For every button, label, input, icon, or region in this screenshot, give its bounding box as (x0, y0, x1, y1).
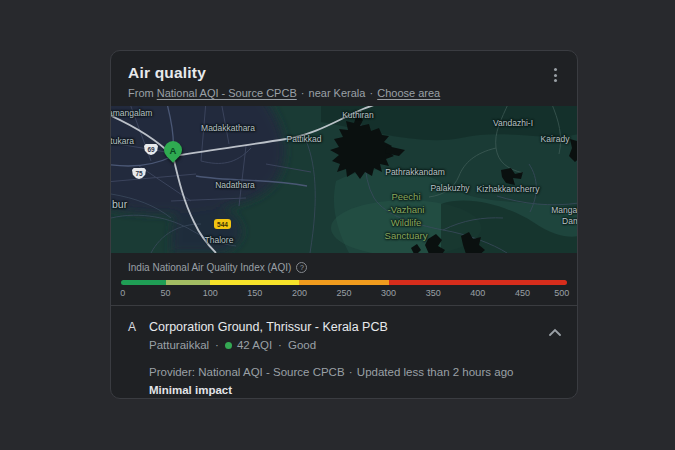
station-locality: Patturaikkal (149, 338, 209, 353)
aqi-segment-moderate (210, 280, 299, 285)
aqi-scale-ticks: 0 50 100 150 200 250 300 350 400 450 500 (121, 288, 567, 299)
map-label: Madakkathara (201, 123, 255, 133)
map-label: bur (112, 198, 127, 210)
map-label: Nadathara (215, 180, 255, 190)
aqi-segment-poor (299, 280, 388, 285)
aqi-segment-severe (389, 280, 567, 285)
header-text: Air quality From National AQI - Source C… (128, 63, 440, 100)
map-label-dam: MangalamDam (543, 205, 578, 227)
page-title: Air quality (128, 63, 440, 82)
station-impact: Minimal impact (149, 383, 547, 398)
map-label: Kairady (541, 134, 570, 144)
more-options-icon[interactable] (548, 63, 563, 87)
map-canvas (111, 106, 578, 253)
collapse-chevron-icon[interactable] (547, 319, 563, 343)
map-label: Pattikkad (287, 134, 322, 144)
map-label-sanctuary: Peechi-Vazhani WildlifeSanctuary (385, 190, 428, 242)
map-label: Pathrakkandam (385, 167, 445, 177)
card-header: Air quality From National AQI - Source C… (111, 51, 577, 100)
subtitle: From National AQI - Source CPCB · near K… (128, 86, 440, 100)
near-label: near Kerala (309, 87, 366, 99)
aqi-scale: India National Air Quality Index (AQI) ?… (111, 253, 577, 299)
map-label: Thalore (205, 235, 234, 245)
station-summary: Patturaikkal · 42 AQI · Good (149, 338, 547, 353)
station-status: Good (288, 338, 316, 353)
station-provider-line: Provider: National AQI - Source CPCB · U… (149, 365, 547, 380)
choose-area-link[interactable]: Choose area (377, 87, 440, 99)
station-updated: Updated less than 2 hours ago (357, 366, 514, 378)
aqi-segment-good (121, 280, 166, 285)
from-label: From (128, 87, 154, 99)
station-row[interactable]: A Corporation Ground, Thrissur - Kerala … (111, 306, 577, 398)
map-label: Kizhakkancherry (477, 184, 540, 194)
aqi-segment-satisfactory (166, 280, 211, 285)
scale-label: India National Air Quality Index (AQI) (128, 261, 291, 274)
station-marker-label: A (128, 319, 149, 335)
air-quality-card: Air quality From National AQI - Source C… (110, 50, 578, 399)
map-label: ttukara (111, 136, 134, 146)
map-label: amangalam (111, 108, 152, 118)
source-link[interactable]: National AQI - Source CPCB (157, 87, 297, 99)
info-icon[interactable]: ? (296, 262, 307, 273)
map-label: Kuthiran (342, 110, 374, 120)
aqi-gradient-bar (121, 280, 567, 285)
map[interactable]: amangalam Madakkathara Kuthiran Vandazhi… (111, 106, 578, 253)
aqi-status-dot-icon (225, 342, 232, 349)
map-label: Palakuzhy (430, 183, 469, 193)
station-details: Corporation Ground, Thrissur - Kerala PC… (149, 319, 547, 398)
station-name: Corporation Ground, Thrissur - Kerala PC… (149, 319, 547, 335)
route-shield-544: 544 (214, 219, 231, 229)
map-label: Vandazhi-I (493, 118, 533, 128)
station-aqi-value: 42 AQI (237, 338, 272, 353)
station-map-pin[interactable]: A (160, 137, 185, 162)
